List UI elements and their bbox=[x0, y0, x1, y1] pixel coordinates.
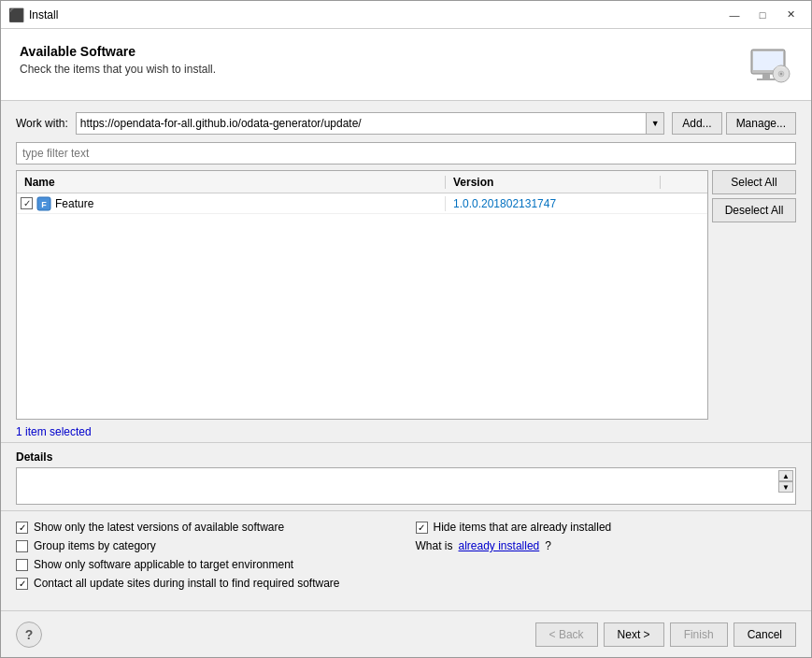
feature-icon: F bbox=[36, 196, 51, 211]
checkboxes-section: ✓ Show only the latest versions of avail… bbox=[16, 511, 796, 599]
footer: ? < Back Next > Finish Cancel bbox=[1, 610, 811, 657]
scroll-down-arrow[interactable]: ▼ bbox=[778, 481, 793, 493]
what-is-suffix: ? bbox=[545, 539, 551, 552]
checkbox-hide-installed[interactable]: ✓ bbox=[416, 522, 428, 534]
svg-point-6 bbox=[780, 73, 782, 75]
header-section: Available Software Check the items that … bbox=[1, 29, 811, 101]
checkbox-contact-update-sites-label: Contact all update sites during install … bbox=[34, 577, 340, 590]
select-all-button[interactable]: Select All bbox=[712, 170, 796, 194]
main-content: Work with: ▼ Add... Manage... Name bbox=[1, 101, 811, 610]
checkbox-row-3: Show only software applicable to target … bbox=[16, 558, 397, 571]
scroll-up-arrow[interactable]: ▲ bbox=[778, 470, 793, 481]
cell-version: 1.0.0.201802131747 bbox=[446, 197, 661, 210]
header-text: Available Software Check the items that … bbox=[20, 44, 216, 76]
status-text: 1 item selected bbox=[16, 425, 92, 438]
checkbox-row-2: Group items by category bbox=[16, 539, 397, 552]
checkbox-row-1: ✓ Show only the latest versions of avail… bbox=[16, 521, 397, 534]
svg-text:F: F bbox=[41, 200, 47, 209]
what-is-prefix: What is bbox=[416, 539, 453, 552]
deselect-all-button[interactable]: Deselect All bbox=[712, 198, 796, 222]
svg-rect-2 bbox=[762, 74, 770, 79]
footer-right: < Back Next > Finish Cancel bbox=[535, 622, 796, 647]
window-controls: — □ ✕ bbox=[721, 5, 804, 25]
checkbox-grid: ✓ Show only the latest versions of avail… bbox=[16, 521, 796, 590]
row-checkbox[interactable]: ✓ bbox=[21, 197, 33, 209]
checkbox-row-hide-installed: ✓ Hide items that are already installed bbox=[416, 521, 797, 534]
footer-left: ? bbox=[16, 622, 535, 648]
checkbox-target-env[interactable] bbox=[16, 559, 28, 571]
checkbox-group-category-label: Group items by category bbox=[34, 539, 156, 552]
back-button[interactable]: < Back bbox=[535, 622, 598, 647]
window-icon: ⬛ bbox=[8, 7, 23, 22]
table-header: Name Version bbox=[17, 171, 707, 193]
help-button[interactable]: ? bbox=[16, 622, 42, 648]
checkbox-contact-update-sites[interactable]: ✓ bbox=[16, 578, 28, 590]
status-row: 1 item selected bbox=[16, 420, 796, 442]
header-icon bbox=[748, 44, 792, 89]
filter-input[interactable] bbox=[16, 142, 796, 164]
checkbox-hide-installed-label: Hide items that are already installed bbox=[434, 521, 612, 534]
checkbox-row-4: ✓ Contact all update sites during instal… bbox=[16, 577, 397, 590]
add-button[interactable]: Add... bbox=[672, 112, 721, 135]
details-section: Details ▲ ▼ bbox=[16, 443, 796, 510]
details-content: ▲ ▼ bbox=[16, 467, 796, 505]
table-row[interactable]: ✓ F Feature 1.0.0.201802131747 bbox=[17, 193, 707, 214]
work-with-row: Work with: ▼ Add... Manage... bbox=[16, 112, 796, 135]
details-label: Details bbox=[16, 451, 796, 464]
checkbox-group-category[interactable] bbox=[16, 540, 28, 552]
work-with-combo: ▼ bbox=[76, 112, 664, 135]
maximize-button[interactable]: □ bbox=[749, 5, 776, 25]
details-scrollbar: ▲ ▼ bbox=[778, 470, 793, 493]
right-buttons: Select All Deselect All bbox=[712, 170, 796, 420]
checkbox-latest-versions[interactable]: ✓ bbox=[16, 522, 28, 534]
next-button[interactable]: Next > bbox=[604, 622, 664, 647]
checkbox-target-env-label: Show only software applicable to target … bbox=[34, 558, 293, 571]
svg-rect-3 bbox=[757, 79, 776, 80]
minimize-button[interactable]: — bbox=[721, 5, 748, 25]
feature-name: Feature bbox=[55, 197, 93, 210]
work-with-label: Work with: bbox=[16, 117, 68, 130]
cancel-button[interactable]: Cancel bbox=[734, 622, 796, 647]
title-bar: ⬛ Install — □ ✕ bbox=[1, 1, 811, 29]
manage-button[interactable]: Manage... bbox=[726, 112, 796, 135]
filter-row bbox=[16, 142, 796, 164]
close-button[interactable]: ✕ bbox=[777, 5, 804, 25]
table-body: ✓ F Feature 1.0.0.201802131747 bbox=[17, 193, 707, 419]
col-version-header: Version bbox=[446, 176, 661, 189]
table-area-wrapper: Name Version ✓ F bbox=[16, 170, 796, 420]
checkbox-latest-versions-label: Show only the latest versions of availab… bbox=[34, 521, 284, 534]
cell-name: ✓ F Feature bbox=[17, 196, 446, 211]
page-subtitle: Check the items that you wish to install… bbox=[20, 63, 216, 76]
content-area: Available Software Check the items that … bbox=[1, 29, 811, 657]
col-name-header: Name bbox=[17, 176, 446, 189]
combo-dropdown-arrow[interactable]: ▼ bbox=[646, 112, 664, 135]
window-title: Install bbox=[29, 8, 721, 21]
software-table: Name Version ✓ F bbox=[16, 170, 708, 420]
window: ⬛ Install — □ ✕ Available Software Check… bbox=[0, 0, 812, 658]
work-with-input[interactable] bbox=[76, 112, 646, 135]
already-installed-link[interactable]: already installed bbox=[459, 539, 540, 552]
finish-button[interactable]: Finish bbox=[670, 622, 728, 647]
checkbox-row-what-is: What is already installed ? bbox=[416, 539, 797, 552]
work-with-buttons: Add... Manage... bbox=[672, 112, 796, 135]
page-title: Available Software bbox=[20, 44, 216, 59]
